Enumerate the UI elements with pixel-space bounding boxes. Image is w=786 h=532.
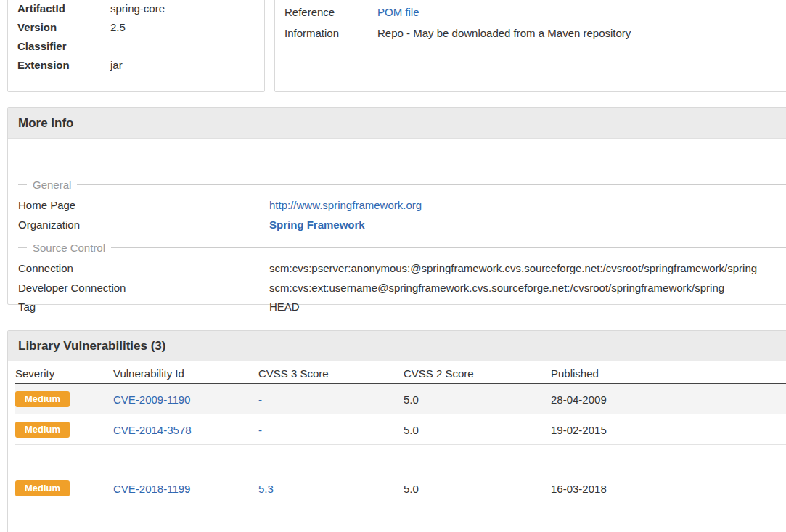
vulnerabilities-header: Library Vulnerabilities (3) bbox=[8, 331, 786, 361]
field-row-extension: Extensionjar bbox=[17, 56, 257, 75]
info-label: Organization bbox=[18, 215, 80, 234]
artifact-panel: ArtifactIdspring-core Version2.5 Classif… bbox=[7, 0, 265, 92]
info-value: scm:cvs:pserver:anonymous:@springframewo… bbox=[269, 258, 757, 278]
published-date: 19-02-2015 bbox=[551, 423, 607, 435]
info-row-connection: Connection scm:cvs:pserver:anonymous:@sp… bbox=[8, 258, 786, 278]
field-value: 2.5 bbox=[110, 18, 126, 37]
info-row-organization: Organization Spring Framework bbox=[8, 215, 786, 234]
artifact-fields: ArtifactIdspring-core Version2.5 Classif… bbox=[17, 0, 257, 75]
column-header-cvss2: CVSS 2 Score bbox=[404, 364, 474, 384]
legend-source-control: Source Control bbox=[18, 242, 786, 254]
table-header-row: Severity Vulnerability Id CVSS 3 Score C… bbox=[15, 364, 786, 384]
column-header-cvss3: CVSS 3 Score bbox=[258, 364, 329, 384]
field-row-artifactid: ArtifactIdspring-core bbox=[17, 0, 257, 18]
section-title: More Info bbox=[18, 116, 74, 131]
cvss3-score-link[interactable]: 5.3 bbox=[258, 483, 274, 495]
home-page-link[interactable]: http://www.springframework.org bbox=[269, 195, 422, 215]
legend-line bbox=[77, 184, 786, 185]
details-rows: ReferencePOM file InformationRepo - May … bbox=[284, 1, 786, 44]
column-header-published: Published bbox=[551, 364, 599, 384]
info-row-developer-connection: Developer Connection scm:cvs:ext:usernam… bbox=[8, 278, 786, 298]
section-title: Library Vulnerabilities (3) bbox=[18, 339, 165, 353]
detail-row-reference: ReferencePOM file bbox=[284, 1, 786, 22]
detail-row-information: InformationRepo - May be downloaded from… bbox=[284, 22, 786, 44]
vulnerabilities-section: Library Vulnerabilities (3) Severity Vul… bbox=[7, 330, 786, 532]
vulnerability-id-link[interactable]: CVE-2018-1199 bbox=[113, 483, 190, 495]
severity-cell: Medium bbox=[15, 391, 70, 407]
severity-badge: Medium bbox=[15, 422, 70, 438]
field-label: ArtifactId bbox=[17, 0, 110, 18]
details-panel: ReferencePOM file InformationRepo - May … bbox=[274, 0, 786, 92]
detail-value: Repo - May be downloaded from a Maven re… bbox=[377, 27, 631, 39]
field-value: jar bbox=[110, 56, 123, 75]
field-label: Extension bbox=[17, 56, 110, 75]
severity-cell: Medium bbox=[15, 422, 70, 438]
vulnerability-id-link[interactable]: CVE-2014-3578 bbox=[113, 423, 192, 435]
field-row-version: Version2.5 bbox=[17, 18, 257, 37]
severity-cell: Medium bbox=[15, 480, 70, 496]
field-row-classifier: Classifier bbox=[17, 37, 257, 56]
organization-link[interactable]: Spring Framework bbox=[269, 215, 365, 234]
vulnerabilities-table: Severity Vulnerability Id CVSS 3 Score C… bbox=[15, 364, 786, 532]
cvss2-score: 5.0 bbox=[404, 483, 419, 495]
cvss3-score-link[interactable]: - bbox=[258, 423, 262, 435]
legend-label: General bbox=[33, 179, 71, 191]
legend-line bbox=[18, 247, 27, 248]
detail-label: Reference bbox=[284, 1, 377, 22]
pom-file-link[interactable]: POM file bbox=[377, 6, 419, 18]
field-value: spring-core bbox=[110, 0, 165, 18]
info-label: Tag bbox=[18, 297, 36, 316]
info-label: Home Page bbox=[18, 195, 75, 215]
table-row: Medium CVE-2014-3578 - 5.0 19-02-2015 bbox=[15, 414, 786, 445]
info-row-home-page: Home Page http://www.springframework.org bbox=[8, 195, 786, 215]
severity-badge: Medium bbox=[15, 391, 70, 407]
table-row: Medium CVE-2018-1199 5.3 5.0 16-03-2018 bbox=[15, 445, 786, 532]
field-label: Version bbox=[17, 18, 110, 37]
info-value: HEAD bbox=[269, 297, 300, 316]
cvss2-score: 5.0 bbox=[404, 393, 419, 405]
published-date: 28-04-2009 bbox=[551, 393, 607, 405]
more-info-section: More Info General Home Page http://www.s… bbox=[7, 107, 786, 305]
legend-line bbox=[18, 184, 27, 185]
column-header-severity: Severity bbox=[15, 364, 54, 384]
info-row-tag: Tag HEAD bbox=[8, 297, 786, 316]
published-date: 16-03-2018 bbox=[551, 483, 607, 495]
legend-general: General bbox=[18, 179, 786, 191]
legend-line bbox=[111, 247, 786, 248]
cvss2-score: 5.0 bbox=[404, 423, 419, 435]
info-value: scm:cvs:ext:username@springframework.cvs… bbox=[269, 278, 724, 298]
vulnerability-id-link[interactable]: CVE-2009-1190 bbox=[113, 393, 190, 405]
severity-badge: Medium bbox=[15, 480, 70, 496]
cvss3-score-link[interactable]: - bbox=[258, 393, 262, 405]
legend-label: Source Control bbox=[33, 242, 105, 254]
info-label: Connection bbox=[18, 258, 73, 278]
more-info-header: More Info bbox=[8, 108, 786, 139]
info-label: Developer Connection bbox=[18, 278, 126, 298]
table-row: Medium CVE-2009-1190 - 5.0 28-04-2009 bbox=[15, 384, 786, 414]
field-label: Classifier bbox=[17, 37, 110, 56]
detail-label: Information bbox=[284, 22, 377, 44]
column-header-vulnerability-id: Vulnerability Id bbox=[113, 364, 184, 384]
